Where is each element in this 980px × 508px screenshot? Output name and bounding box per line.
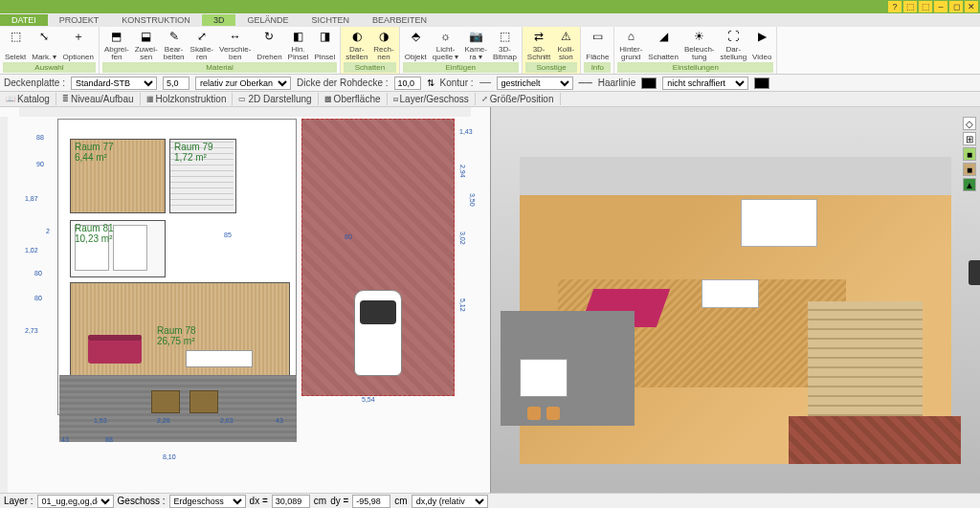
ribbon-btn[interactable]: ◧Hin. Pinsel <box>286 28 311 62</box>
layer-label: Layer : <box>4 496 33 506</box>
dy-input[interactable] <box>352 495 390 508</box>
ribbon-btn[interactable]: ▶Video <box>750 28 773 62</box>
ribbon-icon: ◢ <box>655 29 672 44</box>
dxdy-select[interactable]: dx,dy (relativ <box>412 495 488 508</box>
ribbon-btn[interactable]: ⬘Objekt <box>403 28 429 62</box>
ribbon-btn[interactable]: ☀Beleuch- tung <box>682 28 717 62</box>
geschoss-select[interactable]: Erdgeschoss <box>169 495 246 508</box>
spinner-icon[interactable]: ⇅ <box>427 77 434 88</box>
layer-bar: Layer : 01_ug,eg,og,dg Geschoss : Erdges… <box>0 493 980 508</box>
ribbon-btn[interactable]: ⬚3D- Bitmap <box>491 28 519 62</box>
kontur-select[interactable]: gestrichelt <box>497 77 573 90</box>
color-swatch-black[interactable] <box>641 77 657 89</box>
sub-tab[interactable]: ≣Niveau/Aufbau <box>56 93 141 105</box>
ribbon-btn[interactable]: ↔Verschie- ben <box>217 28 253 62</box>
room-79[interactable]: Raum 791,72 m² <box>169 139 236 213</box>
ribbon-btn[interactable]: ◢Schatten <box>646 28 680 62</box>
ribbon-btn[interactable]: ⌂Hinter- grund <box>617 28 644 62</box>
bed-icon <box>113 225 147 271</box>
tool-chip[interactable]: ◇ <box>963 117 976 130</box>
desk-icon <box>186 350 253 367</box>
ribbon-btn[interactable]: ☼Licht- quelle ▾ <box>431 28 461 62</box>
ribbon-icon: ◑ <box>375 29 392 44</box>
tool-chip[interactable]: ⊞ <box>963 132 976 145</box>
tool-chip[interactable]: ■ <box>963 147 976 161</box>
menu-tab-datei[interactable]: DATEI <box>0 14 48 26</box>
ribbon-btn[interactable]: ⬓Zuwei- sen <box>133 28 160 62</box>
ribbon-btn[interactable]: ＋Optionen <box>60 28 95 62</box>
room-label: Raum 776,44 m² <box>75 142 114 163</box>
hatch-select[interactable]: nicht schraffiert <box>662 77 748 90</box>
relativ-select[interactable]: relativ zur Oberkan <box>195 77 291 90</box>
tab-label: Größe/Position <box>490 94 554 104</box>
dx-input[interactable] <box>272 495 310 508</box>
tool-chip[interactable]: ▲ <box>963 178 976 191</box>
stairs-3d-icon <box>808 301 923 416</box>
tab-label: Niveau/Aufbau <box>71 94 134 104</box>
maximize-button[interactable]: ◻ <box>949 1 963 12</box>
viewport-2d[interactable]: 88 90 1,87 1,02 80 80 2,73 2 Raum 776,44… <box>0 107 491 493</box>
options-bar: Deckenplatte : Standard-STB relativ zur … <box>0 75 980 92</box>
sofa-icon <box>88 339 142 364</box>
ribbon-icon: ⌂ <box>622 29 639 44</box>
tab-label: Holzkonstruktion <box>156 94 227 104</box>
ribbon-btn[interactable]: ⛶Dar- stellung <box>719 28 749 62</box>
menu-tab-3d[interactable]: 3D <box>202 14 236 26</box>
unit-label: cm <box>314 496 326 506</box>
rohd-input[interactable] <box>394 77 421 90</box>
drawer-handle[interactable] <box>969 260 980 285</box>
sub-tab[interactable]: ▩Oberfläche <box>319 93 388 105</box>
ribbon-btn[interactable]: ⤢Skalie- ren <box>189 28 215 62</box>
dy-label: dy = <box>330 496 348 506</box>
ribbon-btn[interactable]: ⬚Selekt <box>3 28 28 62</box>
tool-chip[interactable]: ■ <box>963 163 976 176</box>
car-icon <box>354 290 402 376</box>
menu-tab-sichten[interactable]: SICHTEN <box>300 14 361 26</box>
sub-tab[interactable]: ▭2D Darstellung <box>233 93 318 105</box>
menu-tab-konstruktion[interactable]: KONSTRUKTION <box>110 14 202 26</box>
ribbon-btn[interactable]: ⬒Abgrei- fen <box>102 28 131 62</box>
help-icon[interactable]: ? <box>888 1 902 12</box>
room-label: Raum 7826,75 m² <box>157 325 196 346</box>
dim-value: 2,73 <box>25 327 38 334</box>
ribbon-btn[interactable]: ↻Drehen <box>255 28 283 62</box>
menu-tab-bearbeiten[interactable]: BEARBEITEN <box>361 14 438 26</box>
btn-b[interactable]: ⬚ <box>919 1 932 12</box>
room-78[interactable]: Raum 7826,75 m² <box>70 282 290 378</box>
sub-tab[interactable]: 📖Katalog <box>0 93 56 105</box>
menu-tab-gelände[interactable]: GELÄNDE <box>235 14 300 26</box>
workspace: 88 90 1,87 1,02 80 80 2,73 2 Raum 776,44… <box>0 107 980 493</box>
ribbon-btn[interactable]: ⚠Kolli- sion <box>554 28 577 62</box>
brick-mat <box>789 416 961 464</box>
garage-area[interactable] <box>301 119 455 396</box>
layer-select[interactable]: 01_ug,eg,og,dg <box>37 495 114 508</box>
height-input[interactable] <box>163 77 189 90</box>
room-81[interactable]: Raum 8110,23 m² <box>70 220 166 277</box>
ribbon-icon: ↔ <box>227 29 244 44</box>
tool-strip-3d: ◇⊞■■▲ <box>963 117 978 191</box>
ribbon-btn[interactable]: ◑Rech- nen <box>371 28 395 62</box>
tab-icon: ▭ <box>238 95 246 103</box>
menu-tab-projekt[interactable]: PROJEKT <box>48 14 111 26</box>
color-swatch-2[interactable] <box>754 77 769 89</box>
ribbon-btn[interactable]: ▭Fläche <box>584 28 611 62</box>
ribbon-label: Zuwei- sen <box>135 46 158 61</box>
sub-tab[interactable]: ▦Holzkonstruktion <box>141 93 234 105</box>
close-button[interactable]: ✕ <box>965 1 978 12</box>
viewport-3d[interactable]: ◇⊞■■▲ <box>491 107 981 493</box>
ribbon-btn[interactable]: ⇄3D- Schnitt <box>525 28 552 62</box>
ribbon-btn[interactable]: ⤡Mark. ▾ <box>30 28 58 62</box>
ribbon-btn[interactable]: ◐Dar- stellen <box>344 28 369 62</box>
ribbon-btn[interactable]: ✎Bear- beiten <box>162 28 187 62</box>
dim-value: 85 <box>224 232 232 238</box>
ribbon-btn[interactable]: ◨Pinsel <box>312 28 337 62</box>
ribbon-label: Bear- beiten <box>164 46 185 61</box>
ribbon-label: Rech- nen <box>373 46 393 61</box>
sub-tab[interactable]: ⧈Layer/Geschoss <box>388 93 476 105</box>
minimize-button[interactable]: – <box>934 1 947 12</box>
btn-a[interactable]: ⬚ <box>903 1 917 12</box>
sub-tab[interactable]: ⤢Größe/Position <box>476 93 561 105</box>
room-77[interactable]: Raum 776,44 m² <box>70 139 166 213</box>
decken-select[interactable]: Standard-STB <box>71 77 157 90</box>
ribbon-btn[interactable]: 📷Kame- ra ▾ <box>462 28 489 62</box>
